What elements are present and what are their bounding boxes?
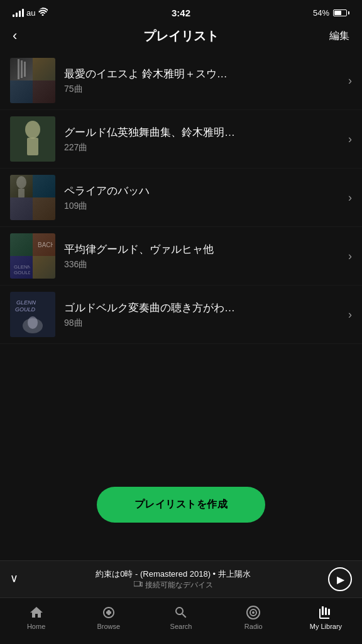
nav-item-radio[interactable]: Radio	[217, 605, 290, 630]
svg-rect-0	[18, 59, 19, 79]
nav-item-mylibrary[interactable]: My Library	[290, 605, 362, 630]
svg-text:GLENN: GLENN	[14, 264, 30, 270]
playlist-item[interactable]: GLENN GOULD ゴルドベルク変奏曲の聴き方がわ… 98曲 ›	[0, 286, 362, 344]
playlist-count: 336曲	[64, 259, 342, 270]
play-button[interactable]: ▶	[328, 567, 352, 591]
svg-text:GOULD: GOULD	[14, 270, 30, 275]
playlist-info: グールド仏英独舞曲集、鈴木雅明… 227曲	[64, 125, 342, 153]
nav-label-browse: Browse	[97, 623, 120, 630]
chevron-right-icon: ›	[348, 191, 352, 204]
battery-percent: 54%	[313, 8, 329, 18]
nav-label-home: Home	[27, 623, 45, 630]
svg-rect-4	[27, 138, 38, 155]
chevron-right-icon: ›	[348, 133, 352, 146]
playlist-count: 227曲	[64, 142, 342, 153]
nav-label-radio: Radio	[244, 623, 263, 630]
now-playing-bar[interactable]: ∧ 約束は0時 - (Remastered 2018) • 井上陽水 接続可能な…	[0, 560, 362, 597]
device-text: 接続可能なデバイス	[145, 580, 213, 591]
carrier-text: au	[26, 8, 35, 18]
playlist-list: 最愛のイエスよ 鈴木雅明＋スウ… 75曲 › グールド仏英独舞曲集、鈴木雅明… …	[0, 52, 362, 462]
svg-point-5	[16, 176, 26, 189]
playlist-thumbnail: GLENN GOULD	[10, 292, 55, 337]
mylibrary-icon	[318, 605, 333, 620]
svg-rect-19	[322, 606, 324, 615]
svg-text:GOULD: GOULD	[15, 306, 36, 313]
svg-point-3	[25, 121, 40, 138]
svg-text:BACH: BACH	[38, 242, 53, 248]
nav-item-browse[interactable]: Browse	[72, 605, 145, 630]
status-bar: au 3:42 54%	[0, 0, 362, 23]
playlist-count: 98曲	[64, 318, 342, 329]
page-title: プレイリスト	[143, 28, 219, 45]
nav-item-search[interactable]: Search	[145, 605, 217, 630]
playlist-name: 平均律グールド、ヴァルヒャ他	[64, 242, 342, 257]
playlist-item[interactable]: BACH GLENN GOULD 平均律グールド、ヴァルヒャ他 336曲 ›	[0, 227, 362, 286]
playlist-thumbnail	[10, 175, 55, 220]
now-playing-device: 接続可能なデバイス	[18, 580, 328, 591]
svg-rect-1	[21, 60, 23, 78]
playlist-thumbnail	[10, 116, 55, 162]
battery-icon	[333, 9, 349, 16]
radio-icon	[246, 605, 261, 620]
playlist-name: ペライアのバッハ	[64, 184, 342, 198]
chevron-right-icon: ›	[348, 74, 352, 87]
status-time: 3:42	[172, 8, 190, 18]
svg-rect-21	[328, 609, 330, 615]
playlist-item[interactable]: 最愛のイエスよ 鈴木雅明＋スウ… 75曲 ›	[0, 52, 362, 110]
play-icon: ▶	[337, 574, 344, 586]
home-icon	[29, 605, 44, 620]
status-right: 54%	[313, 8, 349, 18]
create-button-container: プレイリストを作成	[0, 462, 362, 560]
playlist-item[interactable]: ペライアのバッハ 109曲 ›	[0, 169, 362, 227]
bottom-nav: Home Browse Search Radio My Library	[0, 597, 362, 644]
now-playing-info: 約束は0時 - (Remastered 2018) • 井上陽水 接続可能なデバ…	[18, 569, 328, 591]
browse-icon	[101, 605, 116, 620]
nav-item-home[interactable]: Home	[0, 605, 72, 630]
now-playing-title: 約束は0時 - (Remastered 2018) • 井上陽水	[18, 569, 328, 580]
svg-point-18	[252, 611, 255, 614]
status-left: au	[13, 8, 48, 18]
playlist-thumbnail	[10, 58, 55, 103]
playlist-info: ゴルドベルク変奏曲の聴き方がわ… 98曲	[64, 301, 342, 329]
playlist-name: 最愛のイエスよ 鈴木雅明＋スウ…	[64, 67, 342, 81]
svg-rect-20	[325, 608, 327, 615]
edit-button[interactable]: 編集	[329, 30, 349, 43]
playlist-name: ゴルドベルク変奏曲の聴き方がわ…	[64, 301, 342, 315]
playlist-thumbnail: BACH GLENN GOULD	[10, 233, 55, 279]
playlist-info: 平均律グールド、ヴァルヒャ他 336曲	[64, 242, 342, 270]
signal-icon	[13, 8, 24, 17]
chevron-right-icon: ›	[348, 308, 352, 321]
nav-label-mylibrary: My Library	[310, 623, 342, 630]
svg-rect-14	[134, 581, 140, 586]
collapse-icon[interactable]: ∧	[10, 572, 18, 586]
svg-point-13	[28, 316, 38, 329]
create-playlist-button[interactable]: プレイリストを作成	[97, 487, 266, 523]
svg-rect-6	[18, 189, 25, 197]
now-playing-left: ∧	[10, 572, 18, 586]
svg-text:GLENN: GLENN	[16, 299, 36, 306]
wifi-icon	[38, 8, 48, 18]
playlist-info: 最愛のイエスよ 鈴木雅明＋スウ… 75曲	[64, 67, 342, 95]
playlist-item[interactable]: グールド仏英独舞曲集、鈴木雅明… 227曲 ›	[0, 110, 362, 169]
back-button[interactable]: ‹	[13, 28, 38, 44]
nav-label-search: Search	[170, 623, 192, 630]
svg-rect-17	[106, 611, 111, 614]
header: ‹ プレイリスト 編集	[0, 23, 362, 52]
svg-rect-2	[24, 62, 26, 77]
playlist-info: ペライアのバッハ 109曲	[64, 184, 342, 212]
search-icon	[173, 605, 189, 620]
playlist-name: グールド仏英独舞曲集、鈴木雅明…	[64, 125, 342, 140]
playlist-count: 109曲	[64, 201, 342, 212]
playlist-count: 75曲	[64, 84, 342, 95]
svg-rect-15	[141, 582, 143, 586]
chevron-right-icon: ›	[348, 250, 352, 263]
